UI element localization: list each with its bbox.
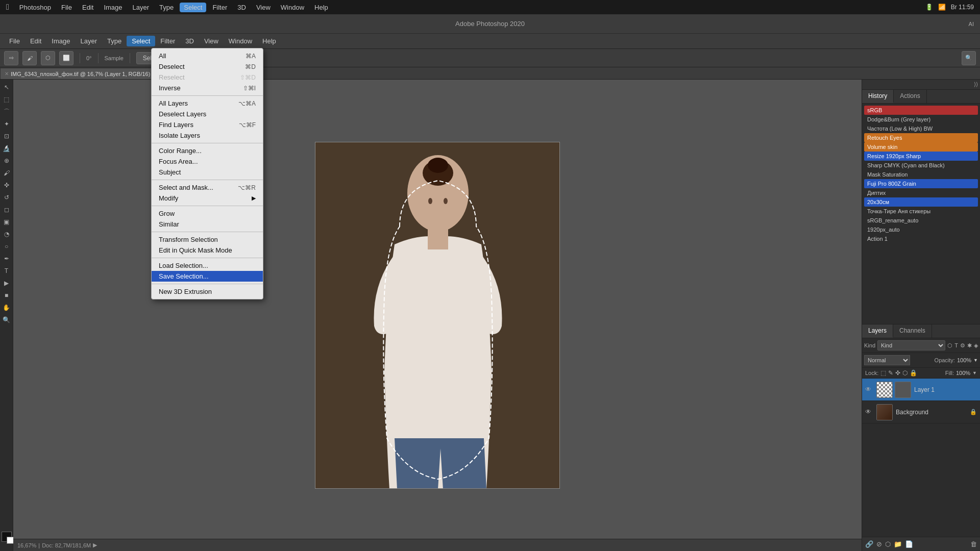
history-item-skin[interactable]: Volume skin [864,142,978,152]
menu-item-isolate-layers[interactable]: Isolate Layers [152,130,263,141]
mac-layer-menu[interactable]: Layer [129,3,154,12]
history-item-20x30[interactable]: 20x30см [864,197,978,207]
foreground-color-swatch[interactable] [2,532,12,542]
background-color-swatch[interactable] [7,537,14,544]
dodge-icon[interactable]: ○ [1,241,12,252]
history-item-action1[interactable]: Action 1 [864,234,978,243]
history-brush-icon[interactable]: ↺ [1,192,12,203]
mac-file-menu[interactable]: File [57,3,76,12]
ps-select-menu[interactable]: Select [127,36,155,46]
gradient-icon[interactable]: ▣ [1,216,12,228]
menu-item-similar[interactable]: Similar [152,219,263,230]
menu-item-all[interactable]: All ⌘A [152,51,263,61]
mac-window-menu[interactable]: Window [277,3,308,12]
filter-icon3[interactable]: ⚙ [960,342,965,349]
layer-item-layer1[interactable]: 👁 Layer 1 [862,379,980,401]
history-item-freq[interactable]: Частота (Low & High) BW [864,124,978,133]
add-mask-icon[interactable]: ⬡ [885,540,891,548]
lock-all-icon[interactable]: 🔒 [910,369,917,377]
zoom-tool-icon[interactable]: 🔍 [1,314,12,325]
mac-view-menu[interactable]: View [252,3,275,12]
menu-item-transform-selection[interactable]: Transform Selection [152,234,263,245]
magic-wand-icon[interactable]: ✦ [1,118,12,130]
mac-filter-menu[interactable]: Filter [208,3,231,12]
menu-item-load-selection[interactable]: Load Selection... [152,260,263,271]
move-tool-icon[interactable]: ↖ [1,82,12,93]
menu-item-modify[interactable]: Modify ▶ [152,193,263,204]
canvas-area[interactable]: 16,67% | Doc: 82,7M/181,6M ▶ [13,80,862,551]
history-item-diptych[interactable]: Диптих [864,188,978,197]
menu-item-save-selection[interactable]: Save Selection... [152,271,263,282]
filter-icon2[interactable]: T [954,342,958,348]
ps-layer-menu[interactable]: Layer [76,36,103,46]
ps-help-menu[interactable]: Help [257,36,281,46]
opacity-arrow[interactable]: ▼ [973,358,978,363]
filter-icon5[interactable]: ◈ [974,342,978,349]
lasso-tool-icon[interactable]: ⌒ [1,106,12,117]
layer-item-background[interactable]: 👁 Background 🔒 [862,401,980,423]
new-group-icon[interactable]: 📁 [894,540,902,548]
brush-tool-btn[interactable]: 🖌 [22,51,37,65]
marquee-tool-btn[interactable]: ⬜ [59,51,74,65]
history-item-srgb[interactable]: sRGB [864,106,978,115]
layers-tab[interactable]: Layers [862,324,893,338]
lock-position-icon[interactable]: ✜ [895,369,900,377]
actions-tab[interactable]: Actions [894,90,926,103]
background-visibility-icon[interactable]: 👁 [865,408,873,416]
menu-item-inverse[interactable]: Inverse ⇧⌘I [152,83,263,93]
menu-item-3d-extrusion[interactable]: New 3D Extrusion [152,286,263,297]
lock-paint-icon[interactable]: ✎ [888,369,893,377]
history-item-eyes[interactable]: Retouch Eyes [864,133,978,142]
eraser-icon[interactable]: ◻ [1,204,12,215]
canvas-arrow[interactable]: ▶ [93,542,97,548]
menu-item-select-and-mask[interactable]: Select and Mask... ⌥⌘R [152,182,263,193]
mac-edit-menu[interactable]: Edit [78,3,97,12]
history-item-dodge[interactable]: Dodge&Burn (Grey layer) [864,115,978,124]
filter-icon4[interactable]: ✱ [967,342,972,349]
menu-item-grow[interactable]: Grow [152,208,263,219]
channels-tab[interactable]: Channels [893,324,932,338]
healing-brush-icon[interactable]: ⊕ [1,155,12,166]
add-style-icon[interactable]: ⊘ [876,540,882,548]
history-item-sharp[interactable]: Sharp CMYK (Cyan and Black) [864,161,978,170]
blur-icon[interactable]: ◔ [1,229,12,240]
ps-window-menu[interactable]: Window [224,36,257,46]
path-select-icon[interactable]: ▶ [1,278,12,289]
lock-artboard-icon[interactable]: ⬡ [902,369,908,377]
menu-item-color-range[interactable]: Color Range... [152,145,263,156]
shape-tool-icon[interactable]: ■ [1,290,12,301]
selection-tool-btn[interactable]: ⬡ [41,51,55,65]
mac-3d-menu[interactable]: 3D [233,3,250,12]
brush-icon[interactable]: 🖌 [1,167,12,179]
mac-select-menu[interactable]: Select [180,3,206,12]
link-layers-icon[interactable]: 🔗 [865,540,873,548]
delete-layer-icon[interactable]: 🗑 [970,540,977,548]
fill-arrow[interactable]: ▼ [972,370,977,375]
menu-item-quick-mask[interactable]: Edit in Quick Mask Mode [152,245,263,256]
history-tab[interactable]: History [862,90,894,103]
history-item-1920auto[interactable]: 1920px_auto [864,225,978,234]
ps-view-menu[interactable]: View [199,36,224,46]
menu-item-find-layers[interactable]: Find Layers ⌥⌘F [152,119,263,130]
menu-item-deselect[interactable]: Deselect ⌘D [152,61,263,72]
eyedropper-icon[interactable]: 🔬 [1,143,12,154]
ps-filter-menu[interactable]: Filter [155,36,180,46]
pen-tool-icon[interactable]: ✒ [1,253,12,264]
mac-help-menu[interactable]: Help [310,3,332,12]
blend-mode-select[interactable]: Normal [864,355,910,365]
layer1-visibility-icon[interactable]: 👁 [865,386,873,394]
ps-file-menu[interactable]: File [4,36,25,46]
crop-tool-icon[interactable]: ⊡ [1,131,12,142]
move-tool-btn[interactable]: ⇨ [4,51,18,65]
menu-item-deselect-layers[interactable]: Deselect Layers [152,109,263,119]
menu-item-subject[interactable]: Subject [152,167,263,178]
hand-tool-icon[interactable]: ✋ [1,302,12,313]
new-layer-icon[interactable]: 📄 [905,540,913,548]
mac-image-menu[interactable]: Image [100,3,126,12]
file-tab[interactable]: ✕ IMG_6343_плохой_фон.tif @ 16,7% (Layer… [0,68,155,79]
search-btn[interactable]: 🔍 [962,51,976,65]
mac-type-menu[interactable]: Type [155,3,178,12]
history-item-grain[interactable]: Fuji Pro 800Z Grain [864,179,978,188]
clone-stamp-icon[interactable]: ✜ [1,180,12,191]
layer-kind-select[interactable]: Kind [877,340,945,350]
